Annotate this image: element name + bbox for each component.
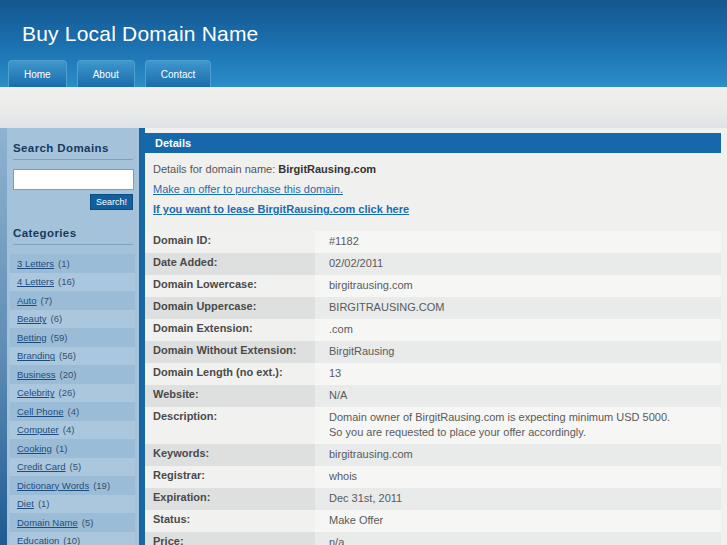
category-link[interactable]: Domain Name [17,517,78,528]
details-row-label: Description: [145,407,315,445]
details-row-label: Website: [145,385,315,407]
details-row: Domain Extension: .com [145,319,721,341]
details-row: Domain Lowercase: birgitrausing.com [145,275,721,297]
details-row-label: Keywords: [145,444,315,466]
category-link[interactable]: Credit Card [17,461,66,472]
category-count: (5) [82,517,94,528]
category-item[interactable]: Diet (1) [10,495,135,514]
content-area: Search Domains Search! Categories 3 Lett… [0,128,727,545]
category-link[interactable]: Dictionary Words [17,480,89,491]
details-row-value: 13 [315,363,341,385]
details-row: Domain ID: #1182 [145,231,721,253]
details-row-label: Registrar: [145,466,315,488]
details-row: Domain Uppercase: BIRGITRAUSING.COM [145,297,721,319]
details-intro-line: Details for domain name: BirgitRausing.c… [153,163,721,175]
category-link[interactable]: 3 Letters [17,258,54,269]
category-link[interactable]: Business [17,369,56,380]
categories-section: Categories 3 Letters (1) 4 Letters (16) [13,227,133,545]
category-item[interactable]: Cell Phone (4) [10,402,135,421]
category-count: (4) [67,406,79,417]
category-item[interactable]: Auto (7) [10,291,135,310]
category-item[interactable]: 3 Letters (1) [10,254,135,273]
category-list: 3 Letters (1) 4 Letters (16) Auto (7) [10,254,135,545]
details-row: Expiration: Dec 31st, 2011 [145,488,721,510]
site-header: Buy Local Domain Name Home About Contact [0,0,727,87]
category-link[interactable]: Cooking [17,443,52,454]
details-row-value: birgitrausing.com [315,444,413,466]
details-row-label: Domain Length (no ext.): [145,363,315,385]
category-link[interactable]: Betting [17,332,47,343]
make-offer-link[interactable]: Make an offer to purchase this domain. [153,183,343,195]
category-link[interactable]: Cell Phone [17,406,63,417]
category-link[interactable]: Branding [17,350,55,361]
category-link[interactable]: 4 Letters [17,276,54,287]
search-button[interactable]: Search! [90,194,133,210]
category-link[interactable]: Education [17,535,59,545]
category-link[interactable]: Celebrity [17,387,55,398]
category-item[interactable]: Celebrity (26) [10,384,135,403]
category-count: (59) [51,332,68,343]
nav-tab-about[interactable]: About [77,60,135,87]
details-row-value: whois [315,466,357,488]
category-item[interactable]: Domain Name (5) [10,513,135,532]
details-panel-header: Details [145,133,721,153]
category-item[interactable]: Credit Card (5) [10,458,135,477]
details-row: Domain Without Extension: BirgitRausing [145,341,721,363]
details-row-value: n/a [315,532,344,545]
sidebar: Search Domains Search! Categories 3 Lett… [0,128,139,545]
details-row-value: #1182 [315,231,359,253]
details-row: Date Added: 02/02/2011 [145,253,721,275]
details-row: Website: N/A [145,385,721,407]
lease-domain-link[interactable]: If you want to lease BirgitRausing.com c… [153,203,409,215]
details-row-label: Domain ID: [145,231,315,253]
details-row-label: Expiration: [145,488,315,510]
category-item[interactable]: Computer (4) [10,421,135,440]
main-nav: Home About Contact [8,60,211,87]
category-item[interactable]: Education (10) [10,532,135,545]
category-count: (16) [58,276,75,287]
category-link[interactable]: Auto [17,295,37,306]
category-item[interactable]: Branding (56) [10,347,135,366]
search-domains-section: Search Domains Search! [13,142,133,210]
category-count: (1) [58,258,70,269]
details-row-value: birgitrausing.com [315,275,413,297]
details-row-label: Domain Lowercase: [145,275,315,297]
details-row-label: Domain Without Extension: [145,341,315,363]
category-item[interactable]: Dictionary Words (19) [10,476,135,495]
category-item[interactable]: Betting (59) [10,328,135,347]
details-row-label: Date Added: [145,253,315,275]
details-row-value: .com [315,319,353,341]
category-item[interactable]: Cooking (1) [10,439,135,458]
category-count: (6) [51,313,63,324]
header-divider-strip [0,87,727,128]
details-row: Status: Make Offer [145,510,721,532]
category-count: (4) [63,424,75,435]
category-count: (5) [70,461,82,472]
site-title: Buy Local Domain Name [0,0,727,46]
details-row-value: Domain owner of BirgitRausing.com is exp… [315,407,675,445]
nav-tab-home[interactable]: Home [8,60,67,87]
category-link[interactable]: Beauty [17,313,47,324]
details-table: Domain ID: #1182 Date Added: 02/02/2011 … [145,231,721,545]
details-row-label: Price: [145,532,315,545]
details-row-value: Make Offer [315,510,383,532]
category-count: (19) [93,480,110,491]
details-row-label: Status: [145,510,315,532]
details-intro-prefix: Details for domain name: [153,163,278,175]
category-link[interactable]: Diet [17,498,34,509]
category-link[interactable]: Computer [17,424,59,435]
nav-tab-contact[interactable]: Contact [145,60,211,87]
details-row-value: BIRGITRAUSING.COM [315,297,445,319]
details-row: Price: n/a [145,532,721,545]
category-item[interactable]: 4 Letters (16) [10,273,135,292]
details-row-value: 02/02/2011 [315,253,383,275]
details-row-value: Dec 31st, 2011 [315,488,402,510]
details-row-value: N/A [315,385,347,407]
details-row-label: Domain Extension: [145,319,315,341]
category-item[interactable]: Business (20) [10,365,135,384]
category-item[interactable]: Beauty (6) [10,310,135,329]
category-count: (20) [60,369,77,380]
details-intro: Details for domain name: BirgitRausing.c… [145,163,721,223]
search-input[interactable] [13,169,134,190]
category-count: (1) [56,443,68,454]
